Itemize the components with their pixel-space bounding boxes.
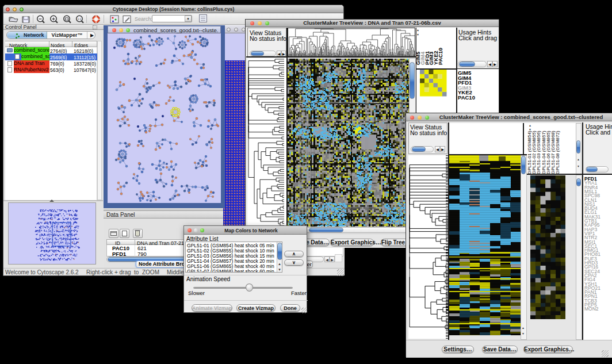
svg-text:1:1: 1:1: [78, 18, 82, 21]
